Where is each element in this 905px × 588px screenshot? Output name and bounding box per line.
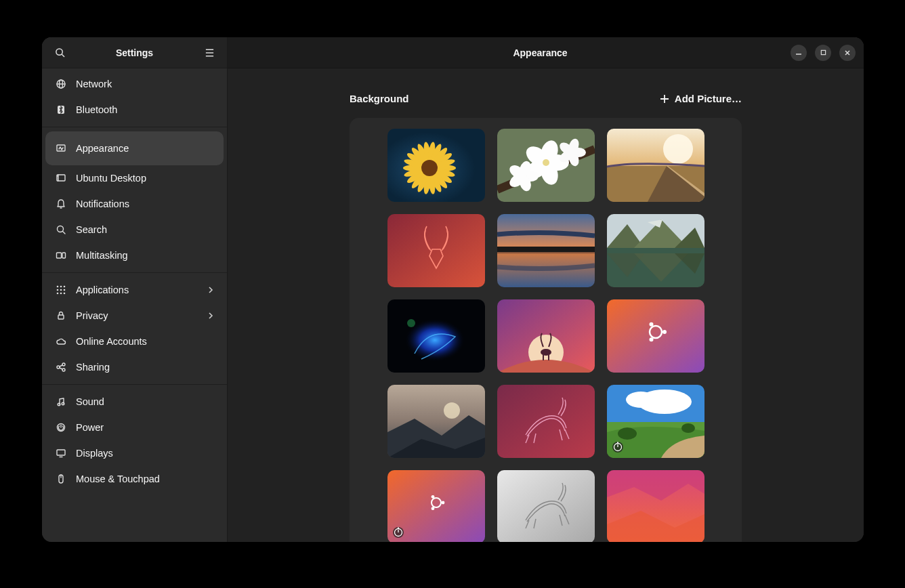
svg-point-133 <box>681 423 695 433</box>
wallpaper-thumbnail[interactable] <box>387 299 485 373</box>
multitask-icon <box>56 250 66 261</box>
sidebar-item-power[interactable]: Power <box>42 415 227 440</box>
wallpaper-thumbnail[interactable] <box>607 214 704 287</box>
svg-rect-123 <box>497 385 595 458</box>
wallpaper-thumbnail[interactable] <box>497 214 595 287</box>
svg-line-1 <box>62 54 64 57</box>
maximize-button[interactable] <box>815 45 831 61</box>
sidebar-item-privacy[interactable]: Privacy <box>42 303 227 329</box>
search-icon <box>55 47 65 58</box>
minimize-button[interactable] <box>791 45 807 61</box>
sidebar-item-label: Sharing <box>76 362 110 373</box>
svg-rect-27 <box>58 315 64 319</box>
svg-point-19 <box>60 286 62 288</box>
sidebar-item-label: Search <box>76 224 107 235</box>
wallpaper-thumbnail[interactable] <box>497 470 595 542</box>
wallpaper-thumbnail[interactable] <box>387 129 485 202</box>
sidebar-item-applications[interactable]: Applications <box>42 277 227 303</box>
svg-point-33 <box>58 403 60 406</box>
share-icon <box>56 362 66 373</box>
brush-icon <box>56 143 66 154</box>
svg-line-15 <box>63 232 66 234</box>
search-button[interactable] <box>51 45 68 61</box>
music-icon <box>56 396 66 407</box>
sidebar-item-bluetooth[interactable]: Bluetooth <box>42 97 227 123</box>
svg-point-140 <box>441 501 444 505</box>
sidebar-item-label: Network <box>76 79 112 89</box>
sidebar-item-online-accounts[interactable]: Online Accounts <box>42 329 227 354</box>
titlebar: Appearance <box>228 37 864 68</box>
svg-point-111 <box>541 349 551 356</box>
menu-button[interactable] <box>201 45 217 61</box>
sidebar-item-sound[interactable]: Sound <box>42 389 227 415</box>
wallpaper-thumbnail[interactable] <box>607 129 704 202</box>
cloud-icon <box>56 336 66 347</box>
sidebar-item-label: Online Accounts <box>76 336 147 347</box>
sidebar-item-notifications[interactable]: Notifications <box>42 191 227 217</box>
add-picture-button[interactable]: Add Picture… <box>660 93 742 104</box>
svg-rect-94 <box>387 214 485 287</box>
svg-point-12 <box>58 176 58 177</box>
sidebar-item-ubuntu-desktop[interactable]: Ubuntu Desktop <box>42 165 227 191</box>
svg-rect-114 <box>607 299 704 373</box>
content: Background Add Picture… <box>228 68 864 542</box>
svg-point-30 <box>62 369 65 371</box>
power-icon <box>56 422 66 433</box>
wallpaper-thumbnail[interactable] <box>607 299 704 373</box>
grid-icon <box>56 285 66 295</box>
sidebar-header: Settings <box>42 37 227 68</box>
sidebar-item-label: Ubuntu Desktop <box>76 173 146 184</box>
sidebar-item-multitasking[interactable]: Multitasking <box>42 243 227 268</box>
sidebar-item-displays[interactable]: Displays <box>42 440 227 466</box>
svg-point-25 <box>60 293 62 295</box>
close-button[interactable] <box>839 45 856 61</box>
main-panel: Appearance Background Add Picture… <box>228 37 864 542</box>
sidebar-item-mouse-touchpad[interactable]: Mouse & Touchpad <box>42 466 227 492</box>
svg-point-120 <box>444 402 460 419</box>
svg-rect-146 <box>398 528 399 529</box>
sidebar-item-label: Multitasking <box>76 250 128 261</box>
bluetooth-icon <box>56 104 66 115</box>
wallpaper-thumbnail[interactable] <box>387 470 485 542</box>
bell-icon <box>56 198 66 209</box>
close-icon <box>844 49 851 56</box>
sidebar-item-network[interactable]: Network <box>42 71 227 97</box>
wallpaper-thumbnail[interactable] <box>607 385 704 458</box>
background-label: Background <box>350 93 409 104</box>
svg-point-34 <box>62 402 64 405</box>
wallpaper-thumbnail[interactable] <box>387 214 485 287</box>
svg-point-117 <box>649 337 653 341</box>
svg-point-70 <box>421 160 438 176</box>
sidebar-item-sharing[interactable]: Sharing <box>42 354 227 380</box>
wallpaper-thumbnail[interactable] <box>497 299 595 373</box>
sidebar-item-label: Appearance <box>76 143 129 154</box>
mouse-icon <box>56 474 66 484</box>
minimize-icon <box>795 49 802 56</box>
svg-point-108 <box>407 319 415 327</box>
sidebar-body: NetworkBluetoothAppearanceUbuntu Desktop… <box>42 68 227 542</box>
search-icon <box>56 224 66 235</box>
sidebar-item-label: Displays <box>76 448 113 459</box>
lock-icon <box>56 310 66 321</box>
wallpaper-thumbnail[interactable] <box>497 385 595 458</box>
slideshow-badge-icon <box>612 441 624 453</box>
sidebar-item-label: Sound <box>76 396 104 407</box>
plus-icon <box>660 94 669 104</box>
svg-point-130 <box>626 392 656 408</box>
svg-point-21 <box>57 289 59 291</box>
svg-rect-37 <box>57 450 65 455</box>
sidebar-item-label: Notifications <box>76 198 129 209</box>
svg-point-26 <box>64 293 66 295</box>
sidebar-title: Settings <box>68 47 201 58</box>
svg-rect-17 <box>62 253 66 258</box>
svg-point-24 <box>57 293 59 295</box>
svg-point-78 <box>543 159 549 166</box>
sidebar-item-search[interactable]: Search <box>42 217 227 243</box>
wallpaper-thumbnail[interactable] <box>387 385 485 458</box>
sidebar-item-appearance[interactable]: Appearance <box>45 131 224 165</box>
wallpaper-thumbnail[interactable] <box>497 129 595 202</box>
wallpaper-thumbnail[interactable] <box>607 470 704 542</box>
background-section-header: Background Add Picture… <box>350 93 742 104</box>
window-buttons <box>791 45 856 61</box>
svg-point-0 <box>56 49 62 55</box>
